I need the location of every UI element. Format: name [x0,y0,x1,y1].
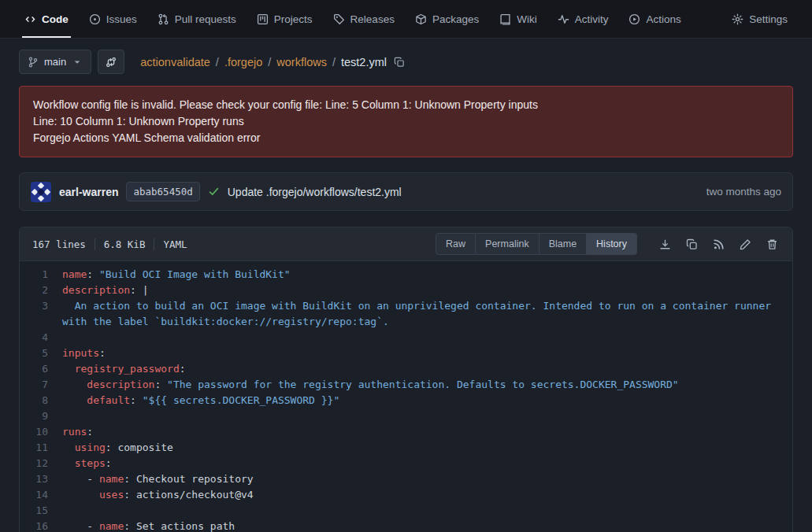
line-number[interactable]: 9 [20,408,62,424]
edit-file-button[interactable] [738,237,753,252]
code-line: 10runs: [20,424,792,440]
tab-releases[interactable]: Releases [324,0,403,38]
breadcrumb-separator: / [332,56,336,68]
tab-wiki[interactable]: Wiki [491,0,546,38]
branch-name: main [44,56,66,68]
tab-activity-label: Activity [575,13,609,25]
file-line-count: 167 lines [32,238,86,250]
code-line: 3 An action to build an OCI image with B… [20,298,792,330]
tab-settings[interactable]: Settings [723,0,796,38]
commit-sha-badge[interactable]: abab65450d [126,182,199,201]
line-number[interactable]: 10 [20,424,62,440]
line-number[interactable]: 11 [20,440,62,456]
line-number[interactable]: 5 [20,345,62,361]
raw-button[interactable]: Raw [436,233,476,255]
code-line-content: using: composite [62,440,792,456]
avatar[interactable] [31,182,51,202]
repo-nav: Code Issues Pull requests Projects Relea… [0,0,812,39]
tab-packages-label: Packages [432,13,479,25]
code-line-content: runs: [62,424,792,440]
tab-projects[interactable]: Projects [248,0,321,38]
tab-activity[interactable]: Activity [549,0,617,38]
code-line: 5inputs: [20,345,792,361]
breadcrumb-separator: / [216,56,219,68]
copy-path-button[interactable] [392,55,406,69]
compare-icon [106,57,117,68]
tab-packages[interactable]: Packages [406,0,488,38]
pull-request-icon [158,13,169,25]
code-body: 1name: "Build OCI Image with BuildKit"2d… [20,261,792,532]
line-number[interactable]: 12 [20,456,62,471]
breadcrumb-repo-link[interactable]: actionvalidate [140,56,210,68]
tab-projects-label: Projects [274,13,313,25]
copy-icon [686,238,698,250]
code-line-content: description: | [62,283,792,298]
permalink-button[interactable]: Permalink [476,233,539,255]
issue-icon [89,13,101,25]
code-line-content: inputs: [62,345,792,361]
copy-content-button[interactable] [684,237,699,252]
error-banner: Workflow config file is invalid. Please … [19,86,793,157]
compare-button[interactable] [98,50,124,74]
breadcrumb-dir-link[interactable]: workflows [276,56,327,68]
code-line: 16 - name: Set actions path [20,519,792,532]
tab-issues[interactable]: Issues [80,0,146,38]
breadcrumb-current-file: test2.yml [341,56,387,68]
status-check-icon[interactable] [208,186,220,198]
line-number[interactable]: 15 [20,503,62,519]
code-line-content: steps: [62,456,792,471]
breadcrumb-separator: / [268,56,271,68]
breadcrumb: actionvalidate / .forgejo / workflows / … [140,55,406,69]
code-line: 15 [20,503,792,519]
line-number[interactable]: 13 [20,471,62,487]
line-number[interactable]: 7 [20,377,62,393]
code-line: 8 default: "${{ secrets.DOCKER_PASSWORD … [20,393,792,408]
delete-file-button[interactable] [765,237,780,252]
main-content: main actionvalidate / .forgejo / workflo… [0,39,812,532]
branch-bar: main actionvalidate / .forgejo / workflo… [19,50,793,74]
tab-actions[interactable]: Actions [620,0,689,38]
tab-pull-requests[interactable]: Pull requests [149,0,245,38]
error-line: Forgejo Actions YAML Schema validation e… [33,130,779,146]
tab-releases-label: Releases [350,13,395,25]
branch-selector[interactable]: main [19,50,91,74]
separator [154,238,154,250]
line-number[interactable]: 1 [20,267,62,283]
line-number[interactable]: 6 [20,361,62,377]
commit-message[interactable]: Update .forgejo/workflows/test2.yml [228,186,402,198]
file-language: YAML [163,238,187,250]
line-number[interactable]: 16 [20,519,62,532]
history-button[interactable]: History [587,233,637,255]
copy-icon [394,57,405,68]
code-line: 2description: | [20,283,792,298]
separator [95,238,95,250]
code-line: 12 steps: [20,456,792,471]
pulse-icon [558,13,569,25]
gear-icon [732,13,743,25]
code-line-content: - name: Checkout repository [62,471,792,487]
code-line: 9 [20,408,792,424]
tab-code[interactable]: Code [16,0,77,38]
code-line-content [62,408,792,424]
commit-timestamp: two months ago [706,186,781,198]
tab-issues-label: Issues [106,13,137,25]
line-number[interactable]: 2 [20,283,62,298]
code-line: 7 description: "The password for the reg… [20,377,792,393]
tab-actions-label: Actions [646,13,680,25]
code-icon [24,13,36,25]
line-number[interactable]: 4 [20,330,62,345]
tab-wiki-label: Wiki [517,13,537,25]
code-line: 14 uses: actions/checkout@v4 [20,487,792,503]
line-number[interactable]: 14 [20,487,62,503]
book-icon [499,13,511,25]
line-number[interactable]: 8 [20,393,62,408]
rss-feed-button[interactable] [711,237,726,252]
download-button[interactable] [658,237,673,252]
blame-button[interactable]: Blame [539,233,587,255]
line-number[interactable]: 3 [20,298,62,330]
code-line: 11 using: composite [20,440,792,456]
commit-bar: earl-warren abab65450d Update .forgejo/w… [19,172,793,211]
breadcrumb-dir-link[interactable]: .forgejo [224,56,262,68]
code-line-content [62,503,792,519]
commit-author[interactable]: earl-warren [59,186,118,198]
